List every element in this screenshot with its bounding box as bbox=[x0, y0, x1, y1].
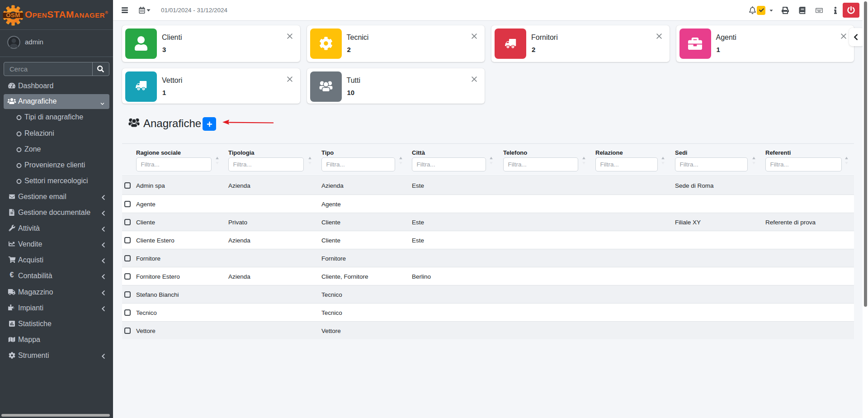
svg-text:OSM: OSM bbox=[6, 12, 20, 19]
